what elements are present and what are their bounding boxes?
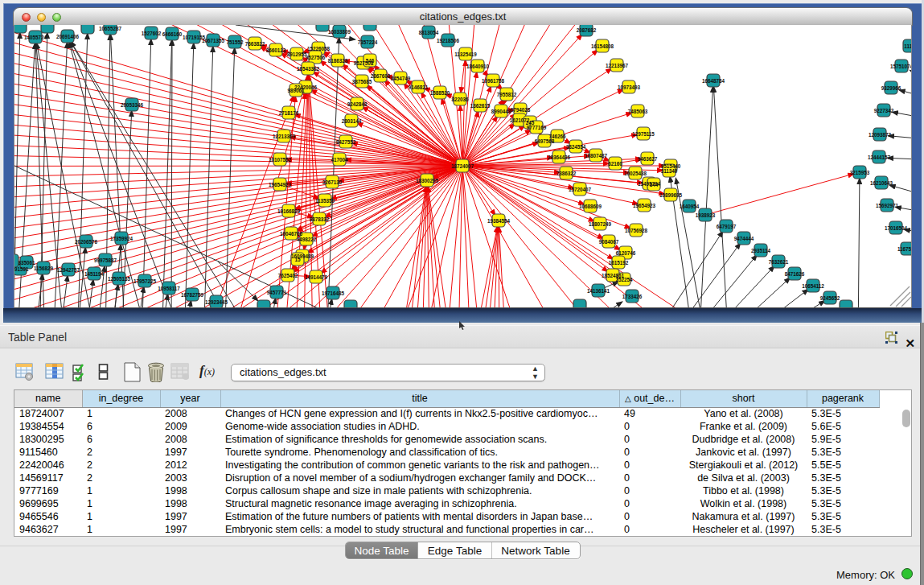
svg-text:17359924: 17359924 <box>110 236 133 241</box>
svg-text:1362615: 1362615 <box>470 103 491 109</box>
svg-text:10807487: 10807487 <box>585 153 608 159</box>
svg-text:8660123: 8660123 <box>266 47 286 53</box>
svg-text:19166829: 19166829 <box>277 208 301 214</box>
svg-text:12213369: 12213369 <box>273 134 296 139</box>
svg-text:8878332: 8878332 <box>310 216 330 222</box>
svg-text:12975115: 12975115 <box>632 131 655 137</box>
svg-text:8912955: 8912955 <box>287 51 307 57</box>
svg-text:99975887: 99975887 <box>94 257 117 263</box>
svg-text:18807249: 18807249 <box>589 221 612 227</box>
svg-text:8454749: 8454749 <box>391 76 411 81</box>
svg-text:17957225: 17957225 <box>133 278 157 284</box>
svg-text:15720407: 15720407 <box>569 187 592 192</box>
svg-text:9227342: 9227342 <box>874 108 894 113</box>
svg-text:10958117: 10958117 <box>158 286 180 291</box>
svg-text:8813054: 8813054 <box>419 30 439 35</box>
svg-text:19384554: 19384554 <box>487 218 511 224</box>
svg-text:9084067: 9084067 <box>599 239 619 245</box>
svg-text:1588520: 1588520 <box>430 90 450 96</box>
svg-text:844: 844 <box>650 182 659 187</box>
svg-text:3875685: 3875685 <box>352 79 372 84</box>
svg-text:16033809: 16033809 <box>328 29 351 35</box>
svg-text:822036: 822036 <box>451 97 469 102</box>
svg-text:10655287: 10655287 <box>99 26 122 31</box>
svg-text:1451194: 1451194 <box>84 271 105 277</box>
svg-text:18724007: 18724007 <box>451 163 474 169</box>
svg-text:9457771: 9457771 <box>267 290 287 295</box>
svg-text:391591: 391591 <box>14 266 29 272</box>
svg-text:2867608: 2867608 <box>371 73 391 79</box>
svg-text:15692971: 15692971 <box>876 203 899 208</box>
svg-text:1527602: 1527602 <box>142 31 162 36</box>
svg-text:1167533: 1167533 <box>897 246 912 252</box>
svg-text:12923445: 12923445 <box>205 299 228 305</box>
svg-text:2087682: 2087682 <box>577 27 597 33</box>
svg-text:6120746: 6120746 <box>616 250 636 256</box>
svg-text:10654112: 10654112 <box>802 283 824 289</box>
svg-text:62160: 62160 <box>608 161 622 167</box>
svg-text:10671355: 10671355 <box>202 38 225 43</box>
svg-text:9777169: 9777169 <box>527 125 547 130</box>
svg-text:989061: 989061 <box>287 88 305 93</box>
svg-text:17016504: 17016504 <box>885 225 908 231</box>
svg-text:12505135: 12505135 <box>108 276 131 282</box>
svg-text:11325419: 11325419 <box>454 51 477 57</box>
svg-text:9527506: 9527506 <box>306 55 326 60</box>
svg-text:10973493: 10973493 <box>618 84 641 90</box>
svg-text:10046766: 10046766 <box>280 231 303 237</box>
svg-text:7357224: 7357224 <box>358 39 378 45</box>
svg-text:14914479: 14914479 <box>305 274 328 280</box>
svg-text:20364436: 20364436 <box>548 154 571 160</box>
svg-text:1615192: 1615192 <box>609 260 629 266</box>
svg-text:7663822: 7663822 <box>245 41 265 47</box>
svg-text:9463627: 9463627 <box>638 156 658 162</box>
svg-text:16154808: 16154808 <box>591 43 614 49</box>
svg-text:3824554: 3824554 <box>566 144 586 150</box>
svg-text:1112: 1112 <box>904 43 912 49</box>
svg-text:14055724: 14055724 <box>24 35 47 40</box>
svg-text:20206576: 20206576 <box>75 239 98 245</box>
svg-text:8471626: 8471626 <box>785 271 805 277</box>
svg-text:18300295: 18300295 <box>416 178 439 183</box>
svg-text:12942757: 12942757 <box>57 267 80 273</box>
svg-text:4498222: 4498222 <box>297 237 317 242</box>
svg-text:19218506: 19218506 <box>437 38 460 43</box>
svg-text:1135359: 1135359 <box>315 198 335 204</box>
svg-text:10961758: 10961758 <box>482 78 505 84</box>
svg-text:10107552: 10107552 <box>269 157 292 163</box>
svg-text:3215953: 3215953 <box>850 170 870 175</box>
svg-text:9474444: 9474444 <box>734 236 754 241</box>
svg-text:8427552: 8427552 <box>336 139 356 145</box>
svg-text:16210643: 16210643 <box>870 180 893 186</box>
svg-text:10025438: 10025438 <box>624 171 647 176</box>
svg-text:9242848: 9242848 <box>347 101 368 107</box>
svg-text:15: 15 <box>294 257 301 262</box>
svg-text:1640954: 1640954 <box>680 204 700 209</box>
svg-text:2803144: 2803144 <box>342 118 362 124</box>
svg-text:18640910: 18640910 <box>466 64 490 69</box>
svg-text:1938923: 1938923 <box>696 212 716 218</box>
svg-text:19654923: 19654923 <box>269 182 292 187</box>
svg-text:6497568: 6497568 <box>535 138 555 144</box>
svg-text:15751074: 15751074 <box>890 64 912 69</box>
svg-text:9329966: 9329966 <box>881 85 901 91</box>
svg-text:8186328: 8186328 <box>328 58 348 64</box>
svg-text:14136141: 14136141 <box>587 288 610 294</box>
svg-text:751552: 751552 <box>226 39 244 45</box>
svg-text:7386322: 7386322 <box>556 171 577 176</box>
svg-text:7632621: 7632621 <box>769 259 789 265</box>
svg-text:10899695: 10899695 <box>659 192 683 198</box>
svg-text:19654923: 19654923 <box>633 203 656 208</box>
svg-text:8990448: 8990448 <box>491 109 511 114</box>
svg-text:7955812: 7955812 <box>497 92 517 97</box>
svg-text:10756928: 10756928 <box>625 228 648 233</box>
svg-text:417004: 417004 <box>331 157 348 163</box>
svg-text:12213967: 12213967 <box>606 63 629 68</box>
svg-text:20053346: 20053346 <box>121 102 144 108</box>
svg-text:20691406: 20691406 <box>56 34 80 39</box>
svg-text:6794028: 6794028 <box>511 107 531 113</box>
svg-text:2718176: 2718176 <box>279 110 299 116</box>
svg-text:6479197: 6479197 <box>717 224 737 229</box>
svg-text:1733426: 1733426 <box>622 294 643 299</box>
svg-text:311340: 311340 <box>661 168 678 174</box>
